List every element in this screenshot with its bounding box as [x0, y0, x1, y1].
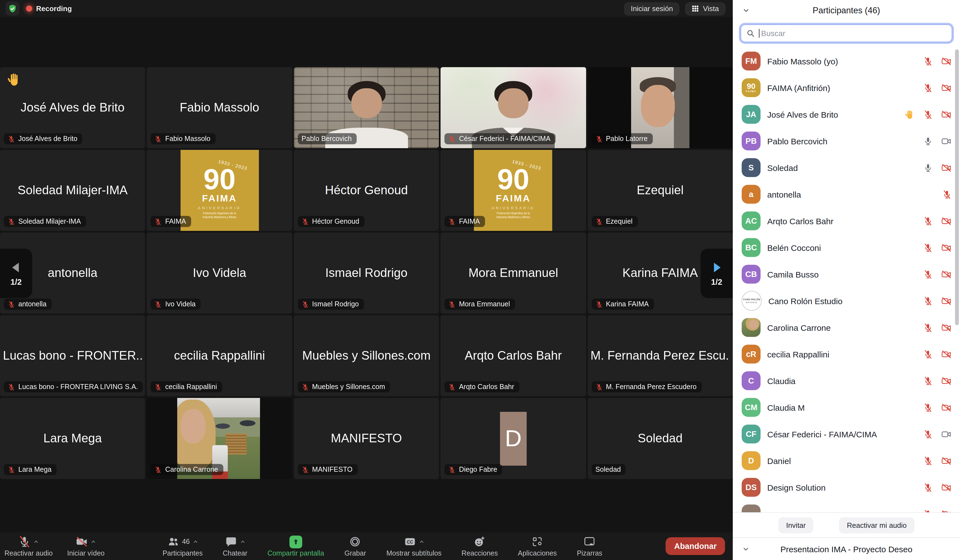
toolbar-icon-row [531, 535, 543, 548]
video-tile[interactable]: Lara MegaLara Mega [0, 398, 145, 479]
video-tile[interactable]: M. Fernanda Perez Escu...M. Fernanda Per… [587, 315, 733, 396]
toolbar-chat-button[interactable]: Chatear [223, 535, 248, 557]
participant-row[interactable]: CBCamila Busso [733, 261, 960, 287]
toolbar-audio-button[interactable]: Reactivar audio [5, 535, 53, 557]
chevron-up-icon[interactable] [240, 539, 245, 544]
tile-participant-name: MANIFESTO [331, 431, 402, 446]
participant-row[interactable]: DSDesign Solution [733, 474, 960, 501]
video-tile[interactable]: MANIFESTOMANIFESTO [294, 398, 439, 479]
video-tile[interactable]: DDiego Fabre [440, 398, 586, 479]
unmute-my-audio-button[interactable]: Reactivar mi audio [839, 517, 914, 533]
participant-row[interactable] [733, 501, 960, 512]
collapsed-panel-header[interactable]: Presentacion IMA - Proyecto Deseo [733, 537, 960, 560]
participant-label-text: antonella [18, 300, 46, 308]
participant-row[interactable]: DDaniel [733, 447, 960, 474]
leave-meeting-button[interactable]: Abandonar [666, 537, 725, 555]
invite-button[interactable]: Invitar [778, 517, 814, 533]
initials-avatar: PB [742, 132, 760, 150]
participant-label: antonella [4, 298, 52, 310]
participant-row[interactable]: BCBelén Cocconi [733, 234, 960, 261]
grid-view-icon [692, 5, 699, 12]
participant-status-icons [923, 349, 952, 359]
video-tile[interactable]: SoledadSoledad [587, 398, 733, 479]
video-tile[interactable]: José Alves de BritoJosé Alves de Brito [0, 67, 145, 148]
chevron-up-icon[interactable] [91, 539, 96, 544]
toolbar-participants-label: Participantes [163, 549, 203, 557]
participant-row[interactable]: JAJosé Alves de Brito [733, 101, 960, 128]
toolbar-audio-label: Reactivar audio [5, 549, 53, 557]
participant-row[interactable]: ACArqto Carlos Bahr [733, 207, 960, 234]
participant-row[interactable]: CClaudia [733, 367, 960, 394]
video-tile[interactable]: Pablo Bercovich [294, 67, 439, 148]
participant-row[interactable]: CANO ROLÓNESTUDIOCano Rolón Estudio [733, 287, 960, 314]
security-shield-icon[interactable] [6, 2, 19, 16]
video-tile[interactable]: César Federici - FAIMA/CIMA [440, 67, 586, 148]
participant-label-text: Mora Emmanuel [459, 300, 510, 308]
faima-logo-text: ANIVERSARIO [198, 206, 241, 210]
participant-row[interactable]: PBPablo Bercovich [733, 128, 960, 154]
participant-row[interactable]: SSoledad [733, 154, 960, 181]
video-tile[interactable]: cecilia Rappallinicecilia Rappallini [147, 315, 292, 396]
initials-avatar: FM [742, 52, 760, 70]
sign-in-button[interactable]: Iniciar sesión [624, 2, 680, 15]
video-tile[interactable]: Pablo Latorre [587, 67, 733, 148]
video-tile[interactable]: Soledad Milajer-IMASoledad Milajer-IMA [0, 150, 145, 231]
tile-participant-name: Lucas bono - FRONTER... [3, 349, 142, 363]
gallery-prev-button[interactable]: 1/2 [0, 249, 32, 298]
toolbar-share-button[interactable]: Compartir pantalla [267, 535, 324, 557]
participant-row[interactable]: Carolina Carrone [733, 314, 960, 341]
tile-participant-name: Lara Mega [43, 431, 102, 446]
participant-row[interactable]: aantonella [733, 181, 960, 207]
participant-label-text: Héctor Genoud [312, 217, 360, 225]
participant-label-text: Pablo Latorre [606, 135, 648, 143]
video-off-icon [941, 109, 952, 120]
gallery-next-button[interactable]: 1/2 [701, 249, 733, 298]
video-tile[interactable]: 1933 - 202390FAIMAANIVERSARIOFederación … [147, 150, 292, 231]
video-tile[interactable]: Arqto Carlos BahrArqto Carlos Bahr [440, 315, 586, 396]
video-tile[interactable]: EzequielEzequiel [587, 150, 733, 231]
initials-avatar: DS [742, 478, 760, 497]
toolbar-reactions-button[interactable]: Reacciones [462, 535, 498, 557]
meeting-main-area: Recording Iniciar sesión Vista José Alve… [0, 0, 733, 560]
toolbar-apps-button[interactable]: Aplicaciones [518, 535, 557, 557]
participant-row[interactable]: 90FAIMAFAIMA (Anfitrión) [733, 74, 960, 101]
participant-name: Arqto Carlos Bahr [767, 216, 834, 226]
tile-participant-name: cecilia Rappallini [174, 349, 265, 363]
toolbar-whiteboard-button[interactable]: Pizarras [577, 535, 603, 557]
chevron-up-icon[interactable] [34, 539, 39, 544]
whiteboard-icon [583, 536, 595, 548]
toolbar-record-button[interactable]: Grabar [344, 535, 366, 557]
participant-row[interactable]: CFCésar Federici - FAIMA/CIMA [733, 421, 960, 447]
toolbar-cc-button[interactable]: CCMostrar subtítulos [386, 535, 442, 557]
video-tile[interactable]: Fabio MassoloFabio Massolo [147, 67, 292, 148]
toolbar-icon-row: CC [403, 535, 424, 548]
search-input[interactable] [741, 25, 952, 41]
participant-row[interactable]: cRcecilia Rappallini [733, 341, 960, 367]
faima-logo-text: 90 [203, 166, 235, 192]
mic-muted-icon [302, 300, 309, 308]
recording-label: Recording [36, 5, 72, 13]
chevron-up-icon[interactable] [419, 539, 424, 544]
tile-participant-name: Ismael Rodrigo [325, 266, 408, 280]
video-tile[interactable]: Carolina Carrone [147, 398, 292, 479]
participant-row[interactable]: CMClaudia M [733, 394, 960, 421]
video-tile[interactable]: Ismael RodrigoIsmael Rodrigo [294, 233, 439, 314]
video-tile[interactable]: Muebles y Sillones.comMuebles y Sillones… [294, 315, 439, 396]
video-tile[interactable]: Héctor GenoudHéctor Genoud [294, 150, 439, 231]
video-tile[interactable]: Ivo VidelaIvo Videla [147, 233, 292, 314]
toolbar-video-button[interactable]: Iniciar vídeo [67, 535, 105, 557]
view-button[interactable]: Vista [685, 2, 726, 15]
video-tile[interactable]: Lucas bono - FRONTER...Lucas bono - FRON… [0, 315, 145, 396]
toolbar-participants-button[interactable]: 46Participantes [163, 535, 203, 557]
participant-row[interactable]: FMFabio Massolo (yo) [733, 48, 960, 74]
collapse-panel-icon[interactable] [742, 6, 750, 14]
toolbar-icon-row: 46 [167, 535, 198, 548]
mic-muted-icon [302, 466, 309, 473]
tile-participant-name: Arqto Carlos Bahr [465, 349, 562, 363]
chevron-up-icon[interactable] [192, 539, 198, 544]
video-tile[interactable]: Mora EmmanuelMora Emmanuel [440, 233, 586, 314]
cano-logo-line2: ESTUDIO [746, 302, 757, 303]
video-tile[interactable]: 1933 - 202390FAIMAANIVERSARIOFederación … [440, 150, 586, 231]
scrollbar-thumb[interactable] [955, 49, 959, 325]
participant-status-icons [923, 509, 952, 512]
